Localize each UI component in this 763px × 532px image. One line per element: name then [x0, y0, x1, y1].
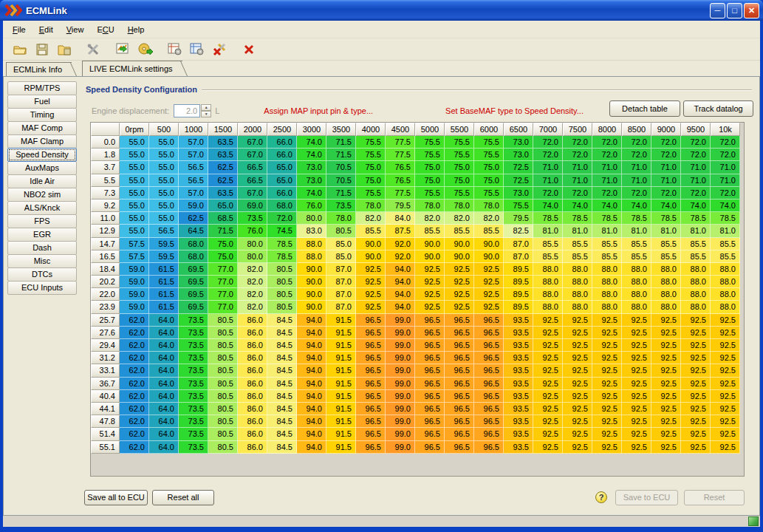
table-cell[interactable]: 73.0 [504, 136, 533, 149]
table-cell[interactable]: 75.5 [504, 200, 533, 212]
table-cell[interactable]: 87.0 [326, 263, 356, 276]
table-cell[interactable]: 84.5 [267, 339, 297, 352]
table-cell[interactable]: 75.0 [208, 250, 238, 263]
table-cell[interactable]: 84.5 [267, 390, 297, 403]
table-cell[interactable]: 55.0 [149, 174, 179, 187]
table-cell[interactable]: 85.5 [592, 250, 622, 263]
table-cell[interactable]: 88.0 [592, 288, 622, 301]
table-cell[interactable]: 64.0 [149, 403, 179, 415]
table-cell[interactable]: 96.5 [474, 403, 504, 415]
table-cell[interactable]: 74.0 [681, 200, 711, 212]
table-cell[interactable]: 88.0 [533, 276, 563, 288]
table-cell[interactable]: 79.5 [386, 200, 415, 212]
table-cell[interactable]: 92.5 [592, 378, 622, 390]
table-cell[interactable]: 72.0 [592, 136, 622, 149]
table-cell[interactable]: 96.5 [415, 339, 445, 352]
table-cell[interactable]: 88.0 [533, 301, 563, 313]
table-cell[interactable]: 62.0 [120, 378, 149, 390]
table-cell[interactable]: 90.0 [356, 250, 386, 263]
sidebar-item-fuel[interactable]: Fuel [7, 95, 77, 109]
table-cell[interactable]: 55.0 [149, 161, 179, 174]
table-cell[interactable]: 56.5 [149, 225, 179, 237]
table-cell[interactable]: 55.0 [149, 136, 179, 149]
tab-ecmlink-info[interactable]: ECMLink Info [6, 62, 72, 76]
table-cell[interactable]: 70.5 [326, 161, 356, 174]
table-settings-icon[interactable] [165, 41, 185, 58]
table-cell[interactable]: 62.0 [120, 314, 149, 327]
table-cell[interactable]: 81.0 [622, 225, 651, 237]
table-cell[interactable]: 57.5 [120, 250, 149, 263]
table-cell[interactable]: 77.0 [208, 301, 238, 313]
table-cell[interactable]: 85.5 [563, 250, 592, 263]
table-cell[interactable]: 96.5 [415, 327, 445, 339]
table-cell[interactable]: 86.0 [238, 390, 267, 403]
menu-help[interactable]: Help [121, 23, 151, 36]
table-cell[interactable]: 96.5 [445, 390, 474, 403]
table-cell[interactable]: 66.5 [238, 174, 267, 187]
sidebar-item-timing[interactable]: Timing [7, 108, 77, 122]
table-cell[interactable]: 71.0 [681, 174, 711, 187]
table-cell[interactable]: 89.5 [504, 276, 533, 288]
table-cell[interactable]: 92.5 [711, 441, 740, 454]
table-cell[interactable]: 96.5 [356, 378, 386, 390]
table-cell[interactable]: 92.5 [651, 378, 681, 390]
resize-grip[interactable] [748, 516, 759, 526]
table-cell[interactable]: 71.0 [711, 161, 740, 174]
table-cell[interactable]: 55.0 [120, 149, 149, 161]
table-corner-cell[interactable] [91, 123, 120, 136]
table-cell[interactable]: 92.5 [711, 428, 740, 440]
table-cell[interactable]: 88.0 [563, 301, 592, 313]
sidebar-item-maf-clamp[interactable]: MAF Clamp [7, 134, 77, 149]
table-cell[interactable]: 68.0 [179, 250, 208, 263]
table-cell[interactable]: 73.0 [504, 187, 533, 200]
table-cell[interactable]: 85.5 [651, 238, 681, 250]
row-header[interactable]: 27.6 [91, 327, 120, 339]
table-cell[interactable]: 78.0 [415, 200, 445, 212]
table-cell[interactable]: 80.5 [208, 327, 238, 339]
table-cell[interactable]: 92.5 [651, 415, 681, 428]
column-header[interactable]: 2000 [238, 123, 267, 136]
table-cell[interactable]: 92.5 [563, 428, 592, 440]
table-cell[interactable]: 59.0 [120, 288, 149, 301]
table-cell[interactable]: 55.0 [149, 200, 179, 212]
table-cell[interactable]: 55.0 [120, 174, 149, 187]
reset-all-button[interactable]: Reset all [152, 490, 214, 505]
table-cell[interactable]: 73.5 [179, 352, 208, 364]
table-cell[interactable]: 92.5 [533, 378, 563, 390]
table-cell[interactable]: 82.0 [238, 276, 267, 288]
table-cell[interactable]: 92.5 [622, 364, 651, 377]
table-cell[interactable]: 62.5 [208, 174, 238, 187]
table-cell[interactable]: 62.0 [120, 428, 149, 440]
table-cell[interactable]: 92.5 [711, 390, 740, 403]
table-cell[interactable]: 92.5 [681, 441, 711, 454]
table-cell[interactable]: 76.5 [386, 161, 415, 174]
table-cell[interactable]: 64.0 [149, 364, 179, 377]
table-cell[interactable]: 78.5 [533, 212, 563, 225]
table-cell[interactable]: 92.5 [622, 415, 651, 428]
table-cell[interactable]: 62.0 [120, 352, 149, 364]
help-icon[interactable]: ? [595, 491, 607, 503]
row-header[interactable]: 12.9 [91, 225, 120, 237]
table-cell[interactable]: 90.0 [445, 250, 474, 263]
table-cell[interactable]: 88.0 [622, 288, 651, 301]
table-cell[interactable]: 75.5 [474, 187, 504, 200]
table-cell[interactable]: 75.0 [415, 161, 445, 174]
table-cell[interactable]: 92.5 [533, 314, 563, 327]
table-cell[interactable]: 85.5 [474, 225, 504, 237]
table-cell[interactable]: 73.5 [179, 378, 208, 390]
sidebar-item-auxmaps[interactable]: AuxMaps [7, 161, 77, 175]
row-header[interactable]: 18.4 [91, 263, 120, 276]
row-header[interactable]: 11.0 [91, 212, 120, 225]
table-cell[interactable]: 74.0 [563, 200, 592, 212]
table-cell[interactable]: 77.5 [386, 149, 415, 161]
table-cell[interactable]: 92.5 [415, 276, 445, 288]
table-cell[interactable]: 96.5 [356, 390, 386, 403]
table-cell[interactable]: 72.0 [622, 187, 651, 200]
table-cell[interactable]: 55.0 [120, 225, 149, 237]
table-cell[interactable]: 73.5 [326, 200, 356, 212]
table-cell[interactable]: 71.0 [651, 161, 681, 174]
minimize-icon[interactable]: ─ [710, 3, 725, 18]
table-cell[interactable]: 96.5 [474, 314, 504, 327]
table-cell[interactable]: 80.5 [208, 441, 238, 454]
row-header[interactable]: 23.9 [91, 301, 120, 313]
